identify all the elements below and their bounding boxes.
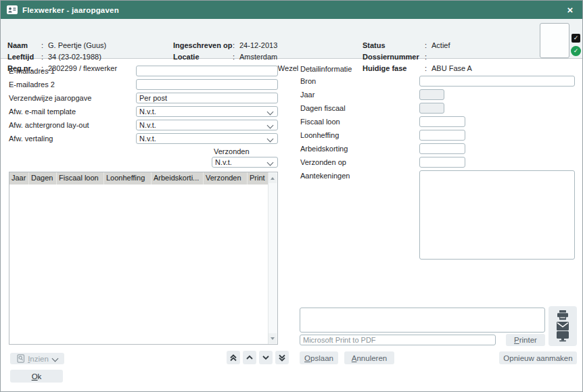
column-header-loonheffing[interactable]: Loonheffing <box>104 172 151 185</box>
column-header-print[interactable]: Print <box>248 172 269 185</box>
chevron-down-icon <box>267 160 274 166</box>
dagen-fiscaal-label: Dagen fiscaal <box>300 104 346 112</box>
aantekeningen-textarea[interactable] <box>419 170 575 260</box>
fiscaal-loon-input[interactable] <box>419 116 465 127</box>
first-record-icon[interactable] <box>227 351 240 364</box>
record-navigation <box>227 351 289 364</box>
previous-record-icon[interactable] <box>243 351 256 364</box>
jaar-input[interactable] <box>419 89 444 100</box>
verzonden-op-label: Verzonden op <box>300 158 346 166</box>
field-label: Locatie <box>173 53 233 61</box>
header-field-huidige-fase: Huidige fase : ABU Fase A <box>363 62 472 74</box>
photo-placeholder <box>540 23 569 58</box>
detail-section-title: Detailinformatie <box>300 65 352 73</box>
selected-value: N.v.t. <box>139 134 156 143</box>
dagen-fiscaal-input[interactable] <box>419 103 444 114</box>
emailadres1-label: E-mailadres 1 <box>9 67 55 75</box>
printer-icon[interactable] <box>557 310 569 320</box>
last-record-icon[interactable] <box>275 351 289 364</box>
field-value: 2802299 / flexwerker <box>48 64 117 72</box>
button-label: rinter <box>519 336 537 344</box>
column-header-dagen[interactable]: Dagen <box>29 172 57 185</box>
emailadres2-input[interactable] <box>136 79 278 90</box>
field-value: 34 (23-02-1988) <box>48 53 101 61</box>
header-column-3: Status : Actief Dossiernummer : Huidige … <box>363 39 472 74</box>
afw-achtergrond-select[interactable]: N.v.t. <box>136 120 278 130</box>
window-title: Flexwerker - jaaropgaven <box>22 6 119 14</box>
opslaan-button[interactable]: Opslaan <box>300 351 338 364</box>
field-label: Leeftijd <box>7 53 41 61</box>
scroll-down-icon[interactable] <box>269 333 277 343</box>
button-mnemonic: O <box>304 354 310 362</box>
table-scrollbar[interactable] <box>268 172 277 344</box>
colon: : <box>425 64 432 72</box>
scroll-up-icon[interactable] <box>269 173 277 183</box>
header-field-locatie: Locatie : Amsterdam <box>173 51 298 62</box>
verzonden-filter-select[interactable]: N.v.t. <box>212 157 278 168</box>
emailadres1-input[interactable] <box>136 66 278 76</box>
colon: : <box>233 41 239 49</box>
flexwerker-jaaropgaven-dialog: Flexwerker - jaaropgaven × Naam : G. Pee… <box>0 0 583 392</box>
button-mnemonic: O <box>32 372 38 381</box>
bron-label: Bron <box>300 77 316 85</box>
arbeidskorting-label: Arbeidskorting <box>300 145 348 153</box>
selected-value: N.v.t. <box>215 158 232 166</box>
field-label: Ingeschreven op <box>173 41 233 49</box>
table-body-empty <box>9 185 277 344</box>
column-header-fiscaal-loon[interactable]: Fiscaal loon <box>57 172 104 185</box>
button-label: pslaan <box>310 354 333 362</box>
print-preview-box[interactable] <box>300 308 545 333</box>
afw-email-template-select[interactable]: N.v.t. <box>136 106 278 117</box>
afw-vertaling-label: Afw. vertaling <box>9 134 53 143</box>
colon: : <box>425 41 432 49</box>
printer-button[interactable]: Printer <box>506 334 545 346</box>
selected-value: N.v.t. <box>139 121 156 129</box>
header-field-ingeschreven-op: Ingeschreven op : 24-12-2013 <box>173 39 298 51</box>
next-record-icon[interactable] <box>259 351 273 364</box>
jaar-label: Jaar <box>300 91 314 99</box>
inzien-button[interactable]: Inzien <box>10 353 64 364</box>
column-header-arbeidskorting[interactable]: Arbeidskorti... <box>151 172 204 185</box>
button-mnemonic: A <box>352 354 357 362</box>
employee-header: Naam : G. Peertje (Guus) Leeftijd : 34 (… <box>1 19 582 59</box>
fiscaal-loon-label: Fiscaal loon <box>300 118 340 126</box>
printer-name-input[interactable] <box>300 335 496 345</box>
arbeidskorting-input[interactable] <box>419 143 465 154</box>
field-label: Dossiernummer <box>363 53 425 61</box>
close-icon[interactable]: × <box>563 1 577 19</box>
button-label: nnuleren <box>356 354 387 362</box>
afw-achtergrond-label: Afw. achtergrond lay-out <box>9 121 89 129</box>
field-value: Actief <box>432 41 450 49</box>
field-label: Huidige fase <box>363 64 425 72</box>
checkbox-checked-icon[interactable]: ✓ <box>572 34 580 43</box>
colon: : <box>425 53 432 61</box>
afw-vertaling-select[interactable]: N.v.t. <box>136 133 278 144</box>
field-label: Status <box>363 41 425 49</box>
annuleren-button[interactable]: Annuleren <box>344 351 394 364</box>
opnieuw-aanmaken-button[interactable]: Opnieuw aanmaken <box>499 351 577 364</box>
title-bar: Flexwerker - jaaropgaven × <box>1 1 582 19</box>
button-label: nzien <box>30 355 49 363</box>
monitor-icon[interactable] <box>557 331 569 342</box>
bron-input[interactable] <box>419 76 575 87</box>
envelope-icon[interactable] <box>557 322 569 330</box>
colon: : <box>233 53 239 61</box>
verzendwijze-label: Verzendwijze jaaropgave <box>9 94 91 102</box>
chevron-down-icon <box>267 109 274 116</box>
field-value: ABU Fase A <box>432 64 472 72</box>
header-field-dossiernummer: Dossiernummer : <box>363 51 472 62</box>
aantekeningen-label: Aantekeningen <box>300 172 350 180</box>
field-value: G. Peertje (Guus) <box>48 41 106 49</box>
table-header-row: Jaar Dagen Fiscaal loon Loonheffing Arbe… <box>9 172 269 185</box>
verzendwijze-input[interactable] <box>136 93 278 103</box>
jaaropgaven-table[interactable]: Jaar Dagen Fiscaal loon Loonheffing Arbe… <box>9 172 278 345</box>
field-value: 24-12-2013 <box>239 41 277 49</box>
ok-button[interactable]: Ok <box>10 370 63 383</box>
column-header-jaar[interactable]: Jaar <box>9 172 29 185</box>
chevron-down-icon <box>267 122 274 129</box>
column-header-verzonden[interactable]: Verzonden <box>204 172 248 185</box>
loonheffing-input[interactable] <box>419 130 465 141</box>
verzonden-op-input[interactable] <box>419 157 465 168</box>
selected-value: N.v.t. <box>139 107 156 116</box>
loonheffing-label: Loonheffing <box>300 131 339 139</box>
